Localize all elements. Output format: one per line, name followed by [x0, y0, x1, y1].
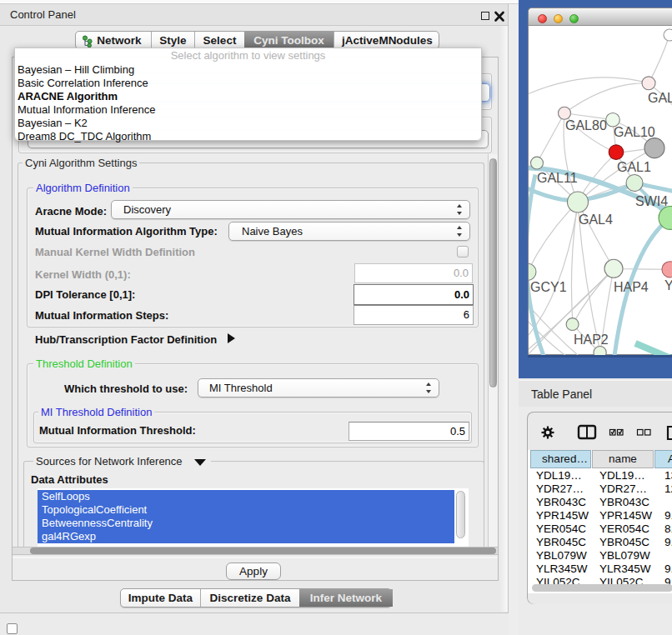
svg-text:HAP2: HAP2	[574, 332, 609, 347]
svg-text:GAL4: GAL4	[579, 212, 613, 227]
svg-text:GAL11: GAL11	[537, 171, 578, 185]
svg-text:GCY1: GCY1	[530, 280, 567, 294]
svg-text:GAL80: GAL80	[565, 118, 607, 132]
svg-text:HAP4: HAP4	[614, 280, 649, 294]
svg-text:GAL7: GAL7	[648, 91, 672, 105]
svg-text:GAL10: GAL10	[614, 125, 655, 139]
svg-text:SWI4: SWI4	[635, 194, 668, 208]
svg-text:GAL1: GAL1	[617, 160, 651, 174]
svg-text:Y: Y	[664, 278, 672, 292]
